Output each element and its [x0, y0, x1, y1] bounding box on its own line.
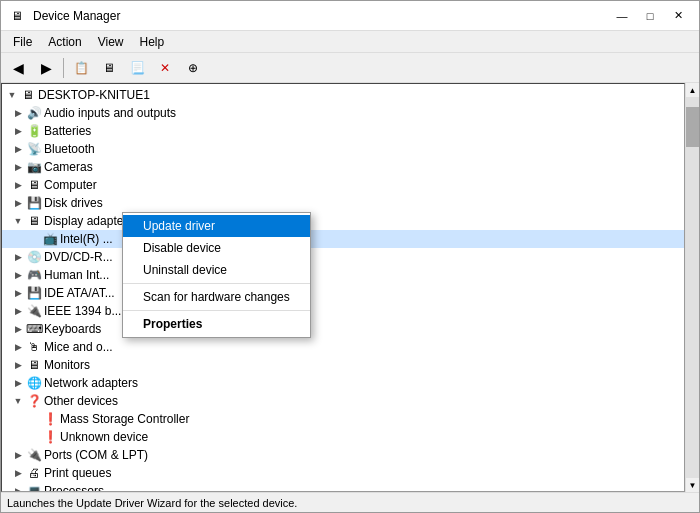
tree-item-mass-storage[interactable]: ❗ Mass Storage Controller [2, 410, 684, 428]
tree-item-computer[interactable]: ▶ 🖥 Computer [2, 176, 684, 194]
menu-file[interactable]: File [5, 33, 40, 51]
tree-item-keyboards[interactable]: ▶ ⌨ Keyboards [2, 320, 684, 338]
network-label: Network adapters [44, 376, 138, 390]
tree-item-intel[interactable]: 📺 Intel(R) ... [2, 230, 684, 248]
expander-mass [26, 411, 42, 427]
expander-other[interactable]: ▼ [10, 393, 26, 409]
expander-disk[interactable]: ▶ [10, 195, 26, 211]
ports-icon: 🔌 [26, 447, 42, 463]
scrollbar[interactable]: ▲ ▼ [685, 83, 699, 492]
scroll-down[interactable]: ▼ [686, 478, 700, 492]
expander-hid[interactable]: ▶ [10, 267, 26, 283]
ctx-properties[interactable]: Properties [123, 313, 310, 335]
maximize-button[interactable]: □ [637, 6, 663, 26]
window-title: Device Manager [33, 9, 120, 23]
computer-node-icon: 🖥 [26, 177, 42, 193]
minimize-button[interactable]: — [609, 6, 635, 26]
bluetooth-icon: 📡 [26, 141, 42, 157]
expander-print[interactable]: ▶ [10, 465, 26, 481]
ctx-separator-1 [123, 283, 310, 284]
processors-label: Processors [44, 484, 104, 492]
toolbar-back[interactable]: ◀ [5, 56, 31, 80]
ports-label: Ports (COM & LPT) [44, 448, 148, 462]
expander-mice[interactable]: ▶ [10, 339, 26, 355]
expander-ide[interactable]: ▶ [10, 285, 26, 301]
ctx-update-driver[interactable]: Update driver [123, 215, 310, 237]
title-bar-left: 🖥 Device Manager [9, 8, 120, 24]
tree-item-monitors[interactable]: ▶ 🖥 Monitors [2, 356, 684, 374]
expander-bluetooth[interactable]: ▶ [10, 141, 26, 157]
batteries-icon: 🔋 [26, 123, 42, 139]
tree-item-ieee[interactable]: ▶ 🔌 IEEE 1394 b... [2, 302, 684, 320]
ctx-uninstall-device[interactable]: Uninstall device [123, 259, 310, 281]
other-label: Other devices [44, 394, 118, 408]
ieee-icon: 🔌 [26, 303, 42, 319]
toolbar-forward[interactable]: ▶ [33, 56, 59, 80]
expander-computer[interactable]: ▶ [10, 177, 26, 193]
expander-network[interactable]: ▶ [10, 375, 26, 391]
expander-ieee[interactable]: ▶ [10, 303, 26, 319]
expander-cameras[interactable]: ▶ [10, 159, 26, 175]
tree-view[interactable]: ▼ 🖥 DESKTOP-KNITUE1 ▶ 🔊 Audio inputs and… [1, 83, 685, 492]
unknown-label: Unknown device [60, 430, 148, 444]
tree-item-batteries[interactable]: ▶ 🔋 Batteries [2, 122, 684, 140]
expander-display[interactable]: ▼ [10, 213, 26, 229]
expander-ports[interactable]: ▶ [10, 447, 26, 463]
expander-processors[interactable]: ▶ [10, 483, 26, 492]
tree-item-processors[interactable]: ▶ 💻 Processors [2, 482, 684, 492]
disk-icon: 💾 [26, 195, 42, 211]
print-icon: 🖨 [26, 465, 42, 481]
tree-item-dvd[interactable]: ▶ 💿 DVD/CD-R... [2, 248, 684, 266]
ctx-scan-hardware[interactable]: Scan for hardware changes [123, 286, 310, 308]
tree-item-other[interactable]: ▼ ❓ Other devices [2, 392, 684, 410]
tree-item-ports[interactable]: ▶ 🔌 Ports (COM & LPT) [2, 446, 684, 464]
hid-label: Human Int... [44, 268, 109, 282]
tree-item-hid[interactable]: ▶ 🎮 Human Int... [2, 266, 684, 284]
tree-root[interactable]: ▼ 🖥 DESKTOP-KNITUE1 [2, 86, 684, 104]
expander-root[interactable]: ▼ [4, 87, 20, 103]
scroll-up[interactable]: ▲ [686, 83, 700, 97]
toolbar-properties[interactable]: 📋 [68, 56, 94, 80]
audio-label: Audio inputs and outputs [44, 106, 176, 120]
expander-keyboards[interactable]: ▶ [10, 321, 26, 337]
menu-bar: File Action View Help [1, 31, 699, 53]
computer-label: Computer [44, 178, 97, 192]
expander-batteries[interactable]: ▶ [10, 123, 26, 139]
menu-action[interactable]: Action [40, 33, 89, 51]
bluetooth-label: Bluetooth [44, 142, 95, 156]
tree-item-network[interactable]: ▶ 🌐 Network adapters [2, 374, 684, 392]
batteries-label: Batteries [44, 124, 91, 138]
tree-item-print[interactable]: ▶ 🖨 Print queues [2, 464, 684, 482]
scroll-track[interactable] [686, 97, 700, 478]
mice-icon: 🖱 [26, 339, 42, 355]
scroll-thumb[interactable] [686, 107, 700, 147]
tree-item-mice[interactable]: ▶ 🖱 Mice and o... [2, 338, 684, 356]
toolbar-update-driver[interactable]: 🖥 [96, 56, 122, 80]
menu-help[interactable]: Help [132, 33, 173, 51]
ctx-separator-2 [123, 310, 310, 311]
expander-intel [26, 231, 42, 247]
tree-item-cameras[interactable]: ▶ 📷 Cameras [2, 158, 684, 176]
ctx-disable-device[interactable]: Disable device [123, 237, 310, 259]
display-icon: 🖥 [26, 213, 42, 229]
tree-item-disk[interactable]: ▶ 💾 Disk drives [2, 194, 684, 212]
toolbar-uninstall[interactable]: 📃 [124, 56, 150, 80]
audio-icon: 🔊 [26, 105, 42, 121]
expander-unknown [26, 429, 42, 445]
tree-item-audio[interactable]: ▶ 🔊 Audio inputs and outputs [2, 104, 684, 122]
close-button[interactable]: ✕ [665, 6, 691, 26]
toolbar-disable[interactable]: ✕ [152, 56, 178, 80]
expander-monitors[interactable]: ▶ [10, 357, 26, 373]
expander-audio[interactable]: ▶ [10, 105, 26, 121]
tree-item-unknown[interactable]: ❗ Unknown device [2, 428, 684, 446]
tree-item-bluetooth[interactable]: ▶ 📡 Bluetooth [2, 140, 684, 158]
menu-view[interactable]: View [90, 33, 132, 51]
expander-dvd[interactable]: ▶ [10, 249, 26, 265]
app-icon: 🖥 [9, 8, 25, 24]
window-controls: — □ ✕ [609, 6, 691, 26]
status-text: Launches the Update Driver Wizard for th… [7, 497, 297, 509]
tree-item-display[interactable]: ▼ 🖥 Display adapters [2, 212, 684, 230]
toolbar-scan[interactable]: ⊕ [180, 56, 206, 80]
tree-item-ide[interactable]: ▶ 💾 IDE ATA/AT... [2, 284, 684, 302]
dvd-label: DVD/CD-R... [44, 250, 113, 264]
